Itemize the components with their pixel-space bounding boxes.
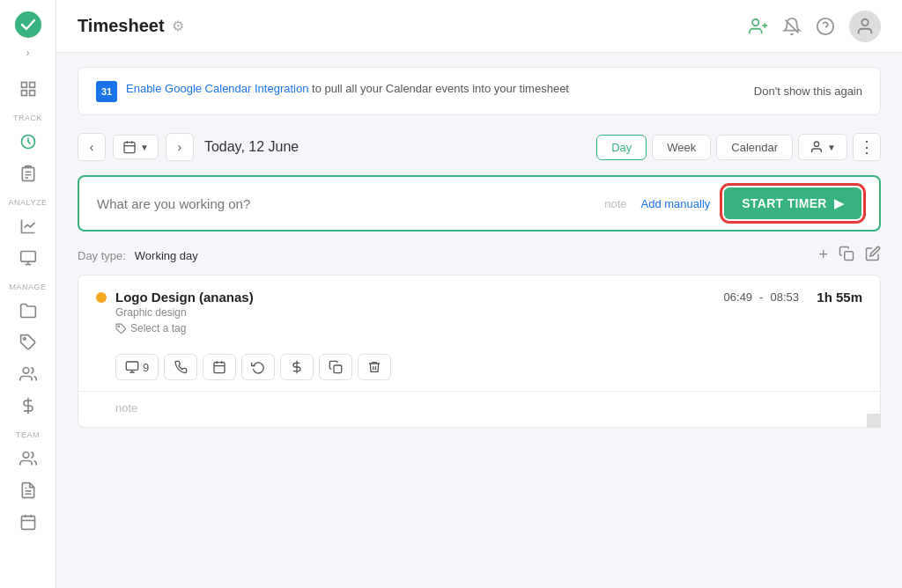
- main-area: Timesheet ⚙: [56, 0, 902, 588]
- sidebar-item-report[interactable]: [11, 474, 46, 506]
- help-icon[interactable]: [816, 17, 835, 36]
- start-timer-button[interactable]: START TIMER ▶: [724, 187, 861, 219]
- date-display: Today, 12 June: [204, 139, 299, 155]
- date-navigation: ‹ ▼ › Today, 12 June Day Week Calendar: [78, 133, 881, 161]
- day-type-info: Day type: Working day: [78, 248, 198, 262]
- entry-time: 06:49 - 08:53: [724, 290, 799, 304]
- entry-dot: [96, 292, 107, 303]
- svg-point-24: [752, 18, 758, 25]
- svg-rect-38: [126, 362, 137, 370]
- banner-text-after: to pull all your Calendar events into yo…: [308, 82, 569, 95]
- chevron-down-small-icon: ▼: [827, 143, 836, 152]
- calendar-icon: 31: [96, 81, 117, 102]
- svg-point-14: [23, 368, 29, 374]
- sidebar-item-folder[interactable]: [11, 295, 46, 327]
- svg-point-13: [23, 338, 26, 341]
- timer-note-label[interactable]: note: [604, 197, 626, 210]
- entry-tag[interactable]: Select a tag: [115, 322, 254, 334]
- svg-rect-2: [29, 83, 34, 88]
- phone-icon: [174, 360, 188, 374]
- tag-icon: [115, 323, 127, 334]
- entry-start-time: 06:49: [724, 290, 753, 304]
- sidebar-item-tag[interactable]: [11, 327, 46, 358]
- sidebar-item-monitor[interactable]: [11, 242, 46, 274]
- svg-point-16: [23, 452, 29, 459]
- start-timer-label: START TIMER: [742, 196, 826, 210]
- logo[interactable]: [14, 11, 42, 41]
- entry-action-billing[interactable]: [280, 354, 314, 380]
- copy-icon: [329, 360, 343, 374]
- entry-dash: -: [759, 290, 763, 304]
- entry-right: 06:49 - 08:53 1h 55m: [724, 290, 862, 305]
- entry-action-copy[interactable]: [319, 354, 352, 380]
- entry-subtitle: Graphic design: [115, 306, 254, 319]
- more-options-button[interactable]: ⋮: [853, 133, 881, 161]
- timer-input[interactable]: [97, 196, 590, 211]
- monitor-icon: [125, 360, 139, 374]
- entry-action-delete[interactable]: [358, 354, 391, 380]
- svg-rect-6: [22, 167, 33, 180]
- timer-card: note Add manually START TIMER ▶: [78, 175, 881, 232]
- banner-text: Enable Google Calendar Integration to pu…: [126, 80, 569, 98]
- calendar-picker-icon: [122, 140, 137, 154]
- sidebar-item-users[interactable]: [11, 358, 46, 390]
- sidebar-item-clock[interactable]: [11, 126, 46, 158]
- trash-icon: [367, 360, 381, 374]
- add-manually-button[interactable]: Add manually: [641, 197, 711, 210]
- banner-link[interactable]: Enable Google Calendar Integration: [126, 82, 308, 95]
- tab-week[interactable]: Week: [652, 135, 711, 160]
- tag-placeholder: Select a tag: [130, 322, 186, 334]
- entry-left: Logo Design (ananas) Graphic design Sele…: [96, 290, 254, 334]
- sidebar-item-team[interactable]: [11, 443, 46, 474]
- play-icon: ▶: [834, 196, 844, 210]
- section-label-manage: MANAGE: [9, 283, 46, 291]
- add-user-icon[interactable]: [749, 17, 768, 36]
- svg-point-30: [861, 18, 868, 25]
- screen-count: 9: [143, 361, 149, 374]
- history-icon: [251, 360, 265, 374]
- content-area: 31 Enable Google Calendar Integration to…: [56, 53, 902, 588]
- calendar-icon: [212, 360, 226, 374]
- entry-duration: 1h 55m: [810, 290, 862, 305]
- avatar[interactable]: [849, 11, 881, 42]
- sidebar-item-calendar-team[interactable]: [11, 506, 46, 538]
- tab-day[interactable]: Day: [596, 135, 647, 160]
- page-title: Timesheet: [78, 16, 165, 36]
- edit-day-button[interactable]: [865, 246, 881, 264]
- svg-rect-1: [21, 83, 26, 88]
- settings-icon[interactable]: ⚙: [172, 18, 184, 34]
- entry-note-placeholder[interactable]: note: [115, 401, 137, 415]
- day-type-actions: +: [818, 246, 881, 264]
- sidebar-item-chart[interactable]: [11, 210, 46, 242]
- svg-rect-20: [21, 516, 34, 529]
- svg-rect-41: [214, 363, 225, 373]
- svg-point-37: [118, 325, 120, 327]
- tab-calendar[interactable]: Calendar: [716, 135, 793, 160]
- svg-rect-4: [29, 91, 34, 96]
- svg-rect-36: [845, 252, 854, 261]
- next-date-button[interactable]: ›: [166, 133, 194, 161]
- notification-icon[interactable]: [782, 17, 802, 36]
- banner-dismiss[interactable]: Don't show this again: [754, 85, 862, 98]
- prev-date-button[interactable]: ‹: [78, 133, 106, 161]
- resize-handle[interactable]: [867, 414, 881, 428]
- entry-action-history[interactable]: [241, 354, 275, 380]
- entry-action-calendar[interactable]: [203, 354, 236, 380]
- view-tabs: Day Week Calendar ▼ ⋮: [596, 133, 881, 161]
- add-entry-button[interactable]: +: [818, 246, 828, 264]
- sidebar-collapse-arrow[interactable]: ›: [26, 47, 30, 59]
- entry-title: Logo Design (ananas): [115, 290, 254, 305]
- date-picker-button[interactable]: ▼: [113, 135, 159, 159]
- day-type-value: Working day: [135, 249, 198, 262]
- user-filter-icon: [810, 140, 824, 154]
- copy-day-button[interactable]: [839, 246, 854, 264]
- user-filter-button[interactable]: ▼: [798, 134, 847, 160]
- entry-action-phone[interactable]: [164, 354, 197, 380]
- sidebar-item-clipboard[interactable]: [11, 158, 46, 189]
- entry-action-screen[interactable]: 9: [115, 354, 159, 380]
- svg-rect-31: [124, 143, 135, 153]
- sidebar-item-dollar[interactable]: [11, 390, 46, 422]
- entry-end-time: 08:53: [770, 290, 799, 304]
- sidebar-item-grid[interactable]: [11, 73, 46, 105]
- svg-point-0: [15, 11, 41, 38]
